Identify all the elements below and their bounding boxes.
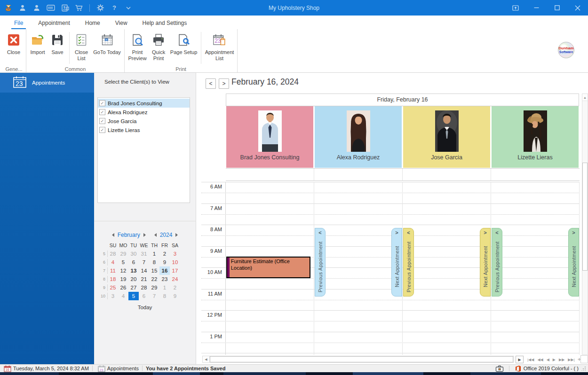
next-appointment-tab[interactable]: >Next Appointment — [391, 228, 402, 297]
status-theme[interactable]: Office 2019 Colorful - ( ) — [524, 366, 579, 371]
settings-gear-icon[interactable] — [95, 4, 105, 12]
calendar-date-cell[interactable]: 24 — [170, 275, 180, 283]
tab-appointment[interactable]: Appointment — [31, 17, 77, 29]
next-appointment-tab[interactable]: >Next Appointment — [480, 228, 491, 297]
scroll-up-arrow[interactable]: ▲ — [582, 94, 588, 101]
resource-column-header[interactable]: Brad Jones Consulting — [226, 106, 313, 168]
prev-year-arrow[interactable] — [154, 233, 157, 237]
rewind-button[interactable]: ◀◀ — [536, 358, 544, 362]
calendar-date-cell[interactable]: 17 — [170, 266, 180, 275]
calendar-date-cell[interactable]: 1 — [159, 283, 170, 292]
calendar-date-cell[interactable]: 15 — [149, 266, 159, 275]
client-row[interactable]: ✓Alexa Rodriguez — [98, 108, 190, 117]
calendar-date-cell[interactable]: 20 — [128, 275, 139, 283]
calendar-date-cell[interactable]: 16 — [159, 266, 170, 275]
calendar-date-cell[interactable]: 7 — [139, 258, 149, 266]
client-list[interactable]: ✓Brad Jones Consulting✓Alexa Rodriguez✓J… — [97, 97, 190, 203]
close-button[interactable]: Close — [4, 30, 24, 56]
app-logo-icon[interactable] — [4, 4, 13, 12]
next-year-arrow[interactable] — [175, 233, 178, 237]
calendar-date-cell[interactable]: 12 — [118, 266, 128, 275]
calendar-date-cell[interactable]: 9 — [170, 292, 180, 300]
hour-row[interactable]: 11 AM — [201, 289, 580, 311]
calendar-date-cell[interactable]: 3 — [170, 250, 180, 258]
last-button[interactable]: ▶▶| — [566, 358, 576, 362]
year-label[interactable]: 2024 — [159, 232, 174, 238]
prev-button[interactable]: ◀ — [545, 358, 551, 362]
calendar-date-cell[interactable]: 26 — [118, 283, 128, 292]
shopping-cart-icon[interactable] — [74, 4, 84, 12]
calendar-date-cell[interactable]: 13 — [128, 266, 139, 275]
client-icon[interactable] — [18, 4, 27, 12]
calendar-date-cell[interactable]: 2 — [170, 283, 180, 292]
scheduler-forward-button[interactable]: > — [219, 78, 229, 89]
minimize-button[interactable] — [526, 0, 547, 16]
calendar-date-cell[interactable]: 27 — [128, 283, 139, 292]
calendar-date-cell[interactable]: 4 — [108, 258, 118, 266]
qat-customize-chevron-icon[interactable] — [124, 4, 133, 12]
tab-file[interactable]: File — [7, 17, 31, 29]
next-appointment-tab[interactable]: >Next Appointment — [568, 228, 579, 297]
horizontal-scroll-thumb[interactable] — [210, 356, 513, 362]
status-briefcase-icon[interactable] — [495, 365, 504, 372]
import-button[interactable]: Import — [28, 30, 47, 56]
calendar-date-cell[interactable]: 23 — [159, 275, 170, 283]
client-row[interactable]: ✓Lizette Lieras — [98, 125, 190, 134]
calendar-date-cell[interactable]: 18 — [108, 275, 118, 283]
vertical-scroll-thumb[interactable] — [582, 163, 588, 271]
hour-row[interactable]: 6 AM — [201, 182, 580, 203]
appointment-block[interactable]: Furniture Estimate (Office Location) — [226, 257, 310, 278]
prev-month-arrow[interactable] — [112, 233, 114, 237]
calendar-date-cell[interactable]: 6 — [139, 292, 149, 300]
calendar-date-cell[interactable]: 2 — [159, 250, 170, 258]
calendar-date-cell[interactable]: 31 — [139, 250, 149, 258]
calendar-date-cell[interactable]: 19 — [118, 275, 128, 283]
help-icon[interactable]: ? — [110, 4, 119, 12]
previous-appointment-tab[interactable]: <Previous Appointment — [403, 228, 414, 297]
goto-today-button[interactable]: GoTo Today — [92, 30, 122, 56]
resource-column-header[interactable]: Lizette Lieras — [492, 106, 579, 168]
resource-column-header[interactable]: Jose Garcia — [403, 106, 490, 168]
day-header[interactable]: Friday, February 16 — [226, 94, 579, 106]
previous-appointment-tab[interactable]: <Previous Appointment — [492, 228, 502, 297]
calendar-date-cell[interactable]: 28 — [139, 283, 149, 292]
forward-button[interactable]: ▶▶ — [557, 358, 566, 362]
hour-row[interactable] — [201, 353, 580, 355]
hour-row[interactable]: 1 PM — [201, 332, 580, 353]
invoice-icon[interactable]: $ — [60, 4, 70, 12]
window-close-button[interactable] — [567, 0, 588, 16]
page-setup-button[interactable]: Page Setup — [169, 30, 199, 56]
calendar-date-cell[interactable]: 28 — [108, 250, 118, 258]
tab-view[interactable]: View — [108, 17, 135, 29]
hour-row[interactable]: 8 AM — [201, 225, 580, 246]
maximize-button[interactable] — [547, 0, 567, 16]
quick-print-button[interactable]: QuickPrint — [149, 30, 168, 62]
resize-grip[interactable] — [581, 366, 586, 371]
calendar-date-cell[interactable]: 4 — [118, 292, 128, 300]
play-button[interactable]: ▶ — [516, 356, 524, 363]
close-list-button[interactable]: CloseList — [72, 30, 91, 62]
calendar-date-cell[interactable]: 9 — [159, 258, 170, 266]
ribbon-display-options-button[interactable] — [505, 0, 526, 16]
previous-appointment-tab[interactable]: <Previous Appointment — [315, 228, 326, 297]
calendar-date-cell[interactable]: 29 — [118, 250, 128, 258]
month-label[interactable]: February — [117, 232, 141, 238]
calendar-date-cell[interactable]: 14 — [139, 266, 149, 275]
calendar-date-cell[interactable]: 30 — [128, 250, 139, 258]
calendar-date-cell[interactable]: 5 — [118, 258, 128, 266]
appointment-list-button[interactable]: 23AppointmentList — [204, 30, 235, 62]
tab-help-and-settings[interactable]: Help and Settings — [135, 17, 195, 29]
calendar-date-cell[interactable]: 6 — [128, 258, 139, 266]
first-button[interactable]: |◀◀ — [526, 358, 535, 362]
calendar-date-cell[interactable]: 8 — [149, 258, 159, 266]
checkbox-checked[interactable]: ✓ — [99, 127, 105, 133]
client-row[interactable]: ✓Brad Jones Consulting — [98, 99, 190, 108]
all-day-row[interactable] — [226, 168, 580, 181]
calendar-date-cell[interactable]: 10 — [170, 258, 180, 266]
calendar-date-cell[interactable]: 25 — [108, 283, 118, 292]
calendar-date-cell[interactable]: 1 — [149, 250, 159, 258]
calendar-date-cell[interactable]: 29 — [149, 283, 159, 292]
scroll-left-arrow[interactable]: ◀ — [203, 356, 210, 362]
next-month-arrow[interactable] — [143, 233, 146, 237]
calendar-date-cell[interactable]: 22 — [149, 275, 159, 283]
